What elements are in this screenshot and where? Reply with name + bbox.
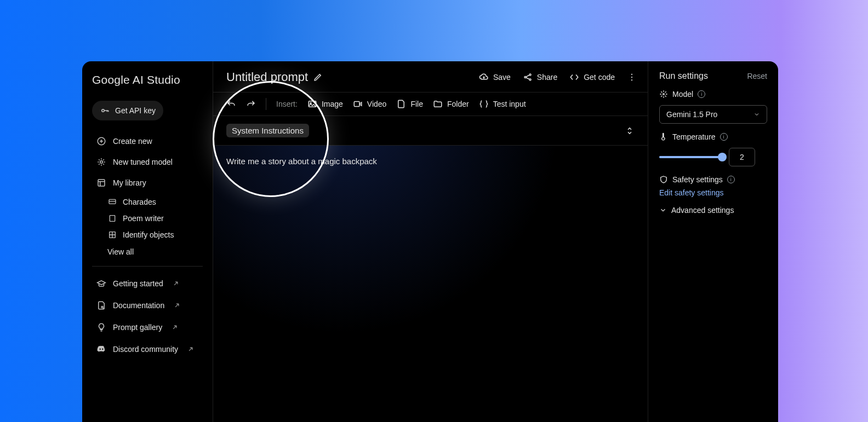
code-icon (569, 72, 579, 82)
toolbar-separator (266, 98, 266, 110)
library-item-charades[interactable]: Charades (107, 194, 203, 210)
insert-test-input-button[interactable]: Test input (479, 99, 526, 109)
file-icon (396, 99, 406, 109)
edit-safety-link[interactable]: Edit safety settings (659, 188, 767, 197)
svg-point-8 (524, 77, 526, 78)
advanced-label: Advanced settings (671, 206, 734, 215)
braces-icon (479, 99, 489, 109)
my-library-button[interactable]: My library (92, 173, 203, 193)
info-icon[interactable]: i (720, 133, 728, 141)
library-item-identify[interactable]: Identify objects (107, 227, 203, 243)
header: Untitled prompt Save Share (213, 61, 648, 92)
video-label: Video (367, 100, 387, 108)
content-area[interactable]: Write me a story about a magic backpack (213, 146, 648, 422)
svg-point-7 (101, 307, 103, 308)
tuned-model-label: New tuned model (113, 158, 173, 166)
video-icon (353, 99, 363, 109)
new-tuned-model-button[interactable]: New tuned model (92, 152, 203, 172)
system-instructions-badge[interactable]: System Instructions (226, 124, 309, 137)
plus-circle-icon (96, 136, 106, 146)
tune-icon (96, 157, 106, 167)
create-new-button[interactable]: Create new (92, 131, 203, 151)
more-icon[interactable] (627, 72, 637, 82)
library-label: My library (113, 178, 146, 187)
model-value: Gemini 1.5 Pro (666, 110, 717, 119)
main-panel: Untitled prompt Save Share (213, 61, 648, 422)
temperature-label-row: Temperature i (659, 132, 767, 141)
page-title: Untitled prompt (226, 70, 308, 84)
safety-label: Safety settings (672, 175, 723, 184)
sidebar: Google AI Studio Get API key Create new … (82, 61, 213, 422)
model-select[interactable]: Gemini 1.5 Pro (659, 105, 767, 124)
share-button[interactable]: Share (523, 72, 557, 82)
get-code-label: Get code (584, 73, 615, 82)
info-icon[interactable]: i (698, 90, 705, 98)
documentation-link[interactable]: Documentation (92, 295, 203, 316)
discord-icon (96, 344, 106, 354)
save-button[interactable]: Save (479, 72, 511, 82)
getting-started-link[interactable]: Getting started (92, 273, 203, 294)
share-icon (523, 72, 533, 82)
library-list: Charades Poem writer Identify objects Vi… (107, 194, 203, 263)
insert-label: Insert: (276, 100, 298, 108)
model-icon (659, 90, 668, 99)
advanced-settings-toggle[interactable]: Advanced settings (659, 206, 767, 215)
reset-button[interactable]: Reset (747, 72, 767, 80)
temperature-slider[interactable] (659, 156, 722, 158)
image-icon (307, 99, 317, 109)
svg-point-17 (663, 94, 665, 95)
chevron-down-icon (753, 111, 760, 118)
prompt-gallery-link[interactable]: Prompt gallery (92, 317, 203, 338)
svg-point-13 (631, 79, 632, 80)
document-icon (107, 213, 117, 223)
undo-button[interactable] (226, 99, 236, 109)
insert-video-button[interactable]: Video (353, 99, 387, 109)
title-group: Untitled prompt (226, 70, 322, 84)
cloud-icon (479, 72, 489, 82)
shield-icon (659, 175, 668, 184)
view-all-link[interactable]: View all (107, 243, 203, 263)
svg-rect-5 (110, 216, 115, 222)
folder-icon (433, 99, 443, 109)
chevron-down-icon (659, 206, 667, 214)
toolbar: Insert: Image Video File (213, 92, 648, 116)
library-item-label: Identify objects (123, 230, 174, 239)
info-icon[interactable]: i (727, 176, 735, 183)
run-settings-panel: Run settings Reset Model i Gemini 1.5 Pr… (648, 61, 778, 422)
svg-point-0 (102, 109, 105, 112)
svg-point-2 (100, 161, 103, 164)
discord-link[interactable]: Discord community (92, 339, 203, 360)
external-link-icon (171, 323, 179, 331)
prompt-text: Write me a story about a magic backpack (226, 157, 635, 166)
slider-fill (659, 156, 722, 158)
insert-file-button[interactable]: File (396, 99, 423, 109)
file-label: File (410, 100, 423, 108)
insert-folder-button[interactable]: Folder (433, 99, 469, 109)
app-logo: Google AI Studio (92, 73, 203, 86)
svg-point-9 (529, 74, 531, 76)
doc-search-icon (96, 300, 106, 310)
run-settings-title: Run settings (659, 71, 708, 81)
model-label: Model (672, 90, 693, 99)
save-label: Save (493, 73, 511, 82)
test-input-label: Test input (493, 100, 526, 108)
expand-collapse-icon[interactable] (625, 126, 635, 136)
get-code-button[interactable]: Get code (569, 72, 615, 82)
folder-label: Folder (447, 100, 469, 108)
external-link-icon (187, 345, 195, 353)
library-item-label: Charades (123, 198, 156, 206)
external-link-icon (173, 302, 181, 309)
svg-point-12 (631, 77, 632, 78)
insert-image-button[interactable]: Image (307, 99, 343, 109)
safety-label-row: Safety settings i (659, 175, 767, 184)
header-actions: Save Share Get code (479, 72, 637, 82)
slider-thumb[interactable] (718, 153, 727, 161)
getting-started-label: Getting started (113, 279, 163, 288)
get-api-key-button[interactable]: Get API key (92, 101, 163, 120)
redo-button[interactable] (246, 99, 256, 109)
temperature-input[interactable]: 2 (729, 148, 755, 166)
app-window: Google AI Studio Get API key Create new … (82, 61, 778, 422)
temperature-label: Temperature (672, 132, 716, 141)
library-item-poem[interactable]: Poem writer (107, 210, 203, 227)
edit-icon[interactable] (313, 73, 322, 82)
